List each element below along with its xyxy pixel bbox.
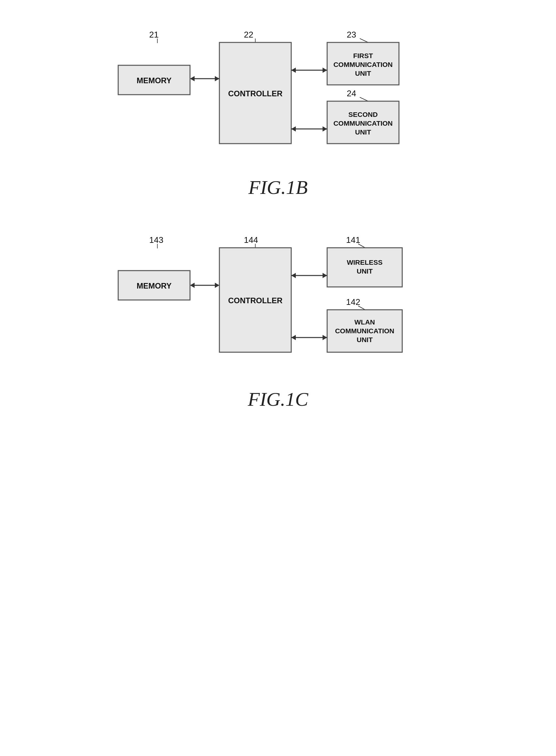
arrow-mem-ctrl-left [190, 76, 195, 81]
fig1b-svg: 21 22 23 24 MEMORY CONTROLLER FIRST COMM… [99, 20, 458, 157]
label-141: 141 [346, 235, 360, 245]
wlan-line1: WLAN [354, 318, 375, 326]
label-142: 142 [346, 297, 360, 307]
controller-label: CONTROLLER [228, 89, 282, 98]
fig1b-section: 21 22 23 24 MEMORY CONTROLLER FIRST COMM… [26, 20, 530, 199]
arrow-mem-ctrl-right [215, 76, 219, 81]
first-comm-line3: UNIT [355, 70, 371, 77]
fig1c-section: 143 144 141 142 MEMORY CONTROLLER WIRELE… [26, 225, 530, 411]
first-comm-line2: COMMUNICATION [333, 61, 393, 68]
arrow-mem-ctrl-right-1c [215, 283, 219, 288]
wireless-line1: WIRELESS [347, 258, 383, 266]
wlan-line2: COMMUNICATION [335, 327, 394, 334]
arrow-ctrl-second-right [322, 126, 327, 132]
first-comm-line1: FIRST [353, 52, 373, 60]
label-144: 144 [244, 235, 258, 245]
memory-label-1c: MEMORY [136, 281, 171, 290]
arrow-ctrl-first-left [291, 68, 296, 73]
label-143: 143 [149, 235, 163, 245]
fig1c-diagram-area: 143 144 141 142 MEMORY CONTROLLER WIRELE… [26, 225, 530, 368]
arrow-ctrl-wlan-left [291, 335, 296, 340]
wireless-line2: UNIT [356, 267, 373, 275]
fig1b-diagram-area: 21 22 23 24 MEMORY CONTROLLER FIRST COMM… [26, 20, 530, 157]
second-comm-line1: SECOND [348, 111, 378, 118]
label-22: 22 [244, 30, 253, 39]
label-23: 23 [347, 30, 356, 39]
arrow-mem-ctrl-left-1c [190, 283, 195, 288]
arrow-ctrl-wireless-left [291, 273, 296, 278]
arrow-ctrl-wlan-right [322, 335, 327, 340]
memory-label: MEMORY [136, 76, 171, 85]
controller-label-1c: CONTROLLER [228, 296, 282, 305]
label-21: 21 [149, 30, 159, 39]
label-24: 24 [347, 88, 356, 98]
wlan-line3: UNIT [356, 336, 373, 344]
fig1c-svg: 143 144 141 142 MEMORY CONTROLLER WIRELE… [99, 225, 458, 368]
arrow-ctrl-first-right [322, 68, 327, 73]
arrow-ctrl-second-left [291, 126, 296, 132]
arrow-ctrl-wireless-right [322, 273, 327, 278]
second-comm-line2: COMMUNICATION [333, 119, 393, 127]
fig1b-caption: FIG.1B [248, 176, 308, 199]
fig1c-caption: FIG.1C [248, 388, 308, 411]
second-comm-line3: UNIT [355, 128, 371, 136]
